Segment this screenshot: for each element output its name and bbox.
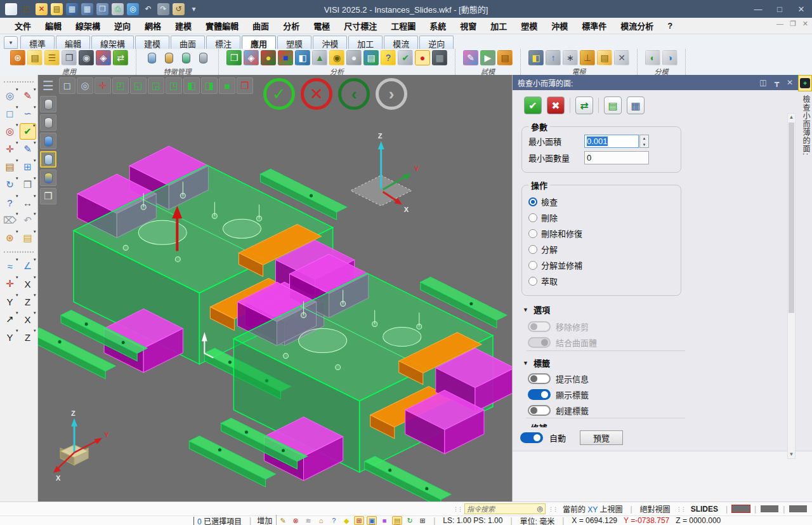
spinner-control[interactable]: ▲▼: [639, 135, 649, 148]
view-top-icon[interactable]: ◰: [112, 77, 129, 94]
view-front-icon[interactable]: ◳: [166, 77, 182, 94]
active-layer-label[interactable]: SLIDES: [691, 505, 718, 514]
tab-加工[interactable]: 加工: [348, 36, 383, 49]
radio-option-萃取[interactable]: 萃取: [522, 273, 681, 289]
undo-icon[interactable]: ↶: [142, 3, 154, 15]
spline-edit-icon[interactable]: ∽▾: [20, 105, 36, 122]
save-settings-button[interactable]: ▦: [627, 96, 645, 114]
layer-palette-icon[interactable]: ▤▾: [2, 159, 18, 175]
rgb-cube-icon[interactable]: ■: [278, 50, 293, 65]
menu-item-編輯[interactable]: 編輯: [38, 18, 69, 34]
zoom-view-icon[interactable]: ◎: [77, 77, 93, 94]
toolbar-drag-handle[interactable]: [4, 251, 34, 254]
tab-編輯[interactable]: 編輯: [56, 36, 90, 49]
undo-history-icon[interactable]: ↺: [173, 3, 185, 15]
mdi-window-controls[interactable]: —❐✕: [776, 20, 808, 28]
annotate-pen-icon[interactable]: ✎: [278, 516, 288, 525]
help-icon[interactable]: ?▾: [2, 194, 18, 211]
cancel-button[interactable]: ✕: [301, 78, 332, 110]
menu-item-文件[interactable]: 文件: [8, 18, 38, 34]
open-application-icon[interactable]: ▤: [27, 50, 43, 65]
save-icon[interactable]: ▦: [66, 3, 78, 15]
print-icon[interactable]: ⎙: [112, 3, 124, 15]
section-repair-clipped[interactable]: ▼ 修補: [523, 422, 547, 427]
feature-edit-icon[interactable]: [161, 50, 176, 65]
zoom-box-icon[interactable]: ◎▾: [2, 123, 18, 140]
menu-item-分析[interactable]: 分析: [276, 18, 306, 34]
menu-item-實體編輯[interactable]: 實體編輯: [199, 18, 246, 34]
tryout-pens-icon[interactable]: ✎: [463, 50, 478, 65]
solid-cube-icon[interactable]: ❒▾: [20, 176, 36, 193]
import-file-icon[interactable]: ▤: [51, 3, 63, 15]
refresh-icon[interactable]: ↻▾: [2, 176, 18, 193]
feature-copy-icon[interactable]: [178, 50, 193, 65]
electrode-block-icon[interactable]: ◧: [528, 50, 544, 65]
radio-icon[interactable]: [528, 277, 537, 286]
panel-scrollbar[interactable]: ▲ ▼: [787, 113, 796, 459]
move-y-icon[interactable]: Y▾: [2, 293, 18, 310]
param-input-最小面積[interactable]: 0.001: [584, 135, 639, 148]
move-origin-icon[interactable]: ✛▾: [2, 276, 18, 292]
current-view-label[interactable]: 當前的 XY 上視圖: [563, 503, 622, 514]
layer-color-swatch[interactable]: [732, 505, 750, 512]
display-wireframe-icon[interactable]: [40, 96, 56, 112]
save-as-icon[interactable]: ▦: [81, 3, 93, 15]
fit-plane-icon[interactable]: ◻: [59, 77, 75, 94]
ucs-axis-icon[interactable]: ✛▾: [2, 141, 18, 157]
display-striped-icon[interactable]: [40, 169, 56, 186]
back-button[interactable]: ‹: [338, 78, 370, 110]
move-z-icon[interactable]: Z▾: [20, 293, 36, 310]
small-faces-check-icon[interactable]: ●: [415, 50, 430, 65]
toggle-switch[interactable]: [528, 389, 551, 400]
grid-icon[interactable]: ⊞: [417, 516, 428, 525]
menu-item-尺寸標注[interactable]: 尺寸標注: [337, 18, 384, 34]
tab-曲面[interactable]: 曲面: [171, 36, 205, 49]
qat-more-icon[interactable]: ▾: [188, 3, 200, 15]
viewport-3d-model[interactable]: Z Y X Z Y X: [38, 75, 512, 502]
grip-dots[interactable]: ⋮⋮: [453, 506, 462, 512]
scrollbar-thumb[interactable]: [789, 123, 794, 313]
zoom-dynamic-icon[interactable]: ◎▾: [2, 88, 18, 104]
no-snap-icon[interactable]: ⊗: [291, 516, 301, 525]
electrode-drill-icon[interactable]: ↑: [546, 50, 561, 65]
tab-逆向[interactable]: 逆向: [419, 36, 454, 49]
box-analysis-icon[interactable]: ❒: [226, 50, 242, 65]
curve-transform-icon[interactable]: ≈▾: [2, 258, 18, 274]
electrode-folder-icon[interactable]: ▤: [597, 50, 612, 65]
tab-應用[interactable]: 應用: [242, 36, 276, 49]
display-shaded-icon[interactable]: [40, 133, 56, 149]
report-check-icon[interactable]: ▤: [363, 50, 379, 65]
stretch-y-icon[interactable]: Y▾: [2, 329, 18, 345]
section-options[interactable]: ▼選項: [523, 303, 550, 316]
assembly-tree-icon[interactable]: ☰: [44, 50, 60, 65]
toggle-switch[interactable]: [528, 373, 551, 384]
radio-option-刪除和修復[interactable]: 刪除和修復: [522, 225, 681, 241]
menu-item-?[interactable]: ?: [660, 18, 679, 34]
frame-select-icon[interactable]: ⊞: [354, 516, 364, 525]
question-box-icon[interactable]: ?: [381, 50, 396, 65]
core-sphere-icon[interactable]: ◐: [645, 50, 660, 65]
dock-window-icon[interactable]: ◫: [759, 78, 766, 87]
stretch-icon[interactable]: ↗▾: [2, 311, 18, 328]
drag-box-icon[interactable]: ▣: [367, 516, 377, 525]
view-right-icon[interactable]: ◧: [183, 77, 200, 94]
tryout-run-icon[interactable]: ▶: [480, 50, 495, 65]
apply-button[interactable]: ✔: [524, 96, 542, 114]
ucs-view-icon[interactable]: ✛: [95, 77, 111, 94]
ladder-icon[interactable]: ▤: [392, 516, 402, 525]
tryout-stack-icon[interactable]: ▤: [497, 50, 513, 65]
menu-item-逆向[interactable]: 逆向: [107, 18, 138, 34]
tab-模流[interactable]: 模流: [384, 36, 418, 49]
tab-建模[interactable]: 建模: [135, 36, 169, 49]
viewport-3d[interactable]: Z Y X Z Y X: [38, 75, 512, 502]
grip-dots[interactable]: ⋮⋮: [676, 506, 685, 512]
toggle-顯示標籤[interactable]: 顯示標籤: [528, 388, 589, 401]
tab-線架構[interactable]: 線架構: [91, 36, 134, 49]
snap-diamond-icon[interactable]: ◆: [341, 516, 351, 525]
toggle-創建標籤[interactable]: 創建標籤: [528, 404, 589, 416]
tab-標準[interactable]: 標準: [20, 36, 55, 49]
toggle-switch[interactable]: [528, 405, 551, 416]
menu-item-建模[interactable]: 建模: [168, 18, 199, 34]
save-part-icon[interactable]: ❒: [96, 3, 108, 15]
plane-region-icon[interactable]: ◻▾: [2, 105, 18, 122]
